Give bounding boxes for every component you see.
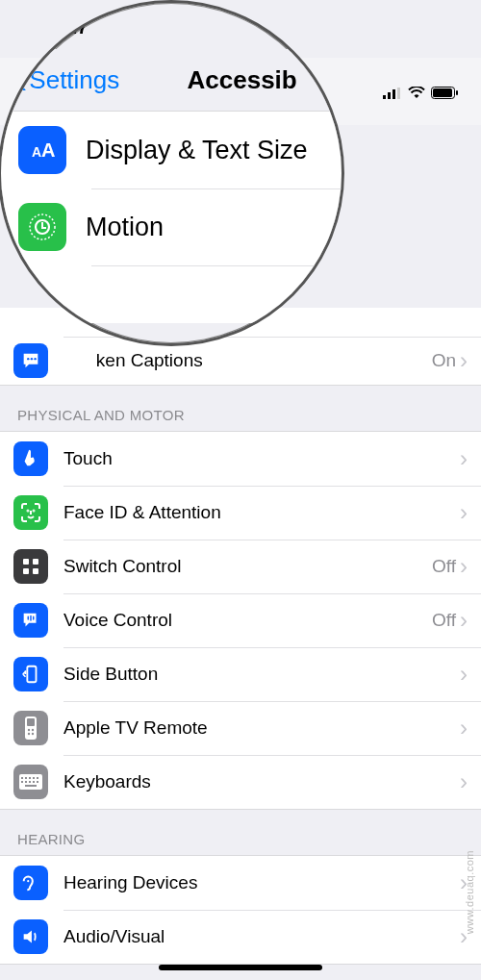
status-icons (383, 87, 458, 99)
cellular-icon (383, 88, 402, 99)
side-button-icon (13, 657, 48, 691)
row-label: Face ID & Attention (63, 502, 460, 523)
row-motion[interactable]: Motion (1, 188, 342, 265)
chevron-right-icon: › (460, 663, 468, 686)
svg-text:A: A (32, 144, 41, 160)
svg-point-21 (28, 733, 30, 735)
svg-rect-5 (433, 88, 452, 97)
svg-rect-25 (25, 777, 27, 779)
row-hearing-devices[interactable]: Hearing Devices › (0, 856, 481, 910)
svg-text:A: A (41, 139, 55, 161)
svg-point-7 (27, 358, 29, 360)
mag-navbar: ‹ Settings Accessib (1, 49, 342, 111)
battery-icon (431, 87, 458, 99)
row-label: Display & Text Size (86, 136, 324, 165)
svg-rect-28 (37, 777, 38, 779)
svg-point-22 (32, 733, 34, 735)
chevron-right-icon: › (460, 349, 468, 372)
svg-point-19 (28, 729, 30, 731)
row-voice-control[interactable]: Voice Control Off › (0, 593, 481, 647)
text-size-icon: AA (18, 126, 66, 174)
svg-rect-26 (29, 777, 31, 779)
row-label: Motion (86, 213, 324, 242)
row-apple-tv-remote[interactable]: Apple TV Remote › (0, 701, 481, 755)
row-keyboards[interactable]: Keyboards › (0, 755, 481, 809)
row-label: Spoken Captions (63, 350, 432, 371)
row-display-text-size[interactable]: AA Display & Text Size (1, 112, 342, 188)
back-label: Settings (29, 65, 119, 95)
row-label: Hearing Devices (63, 872, 460, 893)
svg-rect-1 (388, 92, 391, 99)
row-label: Audio/Visual (63, 926, 460, 947)
switch-control-icon (13, 549, 48, 584)
chevron-right-icon: › (460, 770, 468, 793)
section-physical: Touch › Face ID & Attention › Switch Con… (0, 431, 481, 810)
row-value: Off (432, 556, 456, 577)
svg-rect-31 (29, 781, 31, 783)
section-hearing: Hearing Devices › Audio/Visual › (0, 855, 481, 965)
svg-rect-18 (27, 718, 35, 726)
svg-rect-12 (23, 559, 29, 565)
svg-point-11 (34, 511, 35, 512)
row-side-button[interactable]: Side Button › (0, 647, 481, 701)
row-label: Touch (63, 448, 460, 469)
wifi-icon (408, 87, 425, 99)
keyboard-icon (13, 765, 48, 799)
row-value: Off (432, 610, 456, 631)
svg-rect-34 (25, 785, 37, 787)
svg-rect-16 (27, 666, 36, 683)
svg-rect-30 (25, 781, 27, 783)
svg-rect-6 (456, 90, 458, 95)
row-touch[interactable]: Touch › (0, 432, 481, 486)
row-value: On (432, 350, 456, 371)
row-label: Side Button (63, 664, 460, 685)
chevron-right-icon: › (460, 716, 468, 740)
motion-icon (18, 203, 66, 251)
svg-rect-14 (23, 568, 29, 574)
svg-point-9 (34, 358, 36, 360)
row-label: Switch Control (63, 556, 432, 577)
apple-tv-remote-icon (13, 711, 48, 745)
section-header-hearing: HEARING (0, 810, 481, 855)
row-spoken-content2[interactable]: Spoken Captions On › (0, 337, 481, 385)
ear-icon (13, 866, 48, 900)
speaker-icon (13, 919, 48, 954)
svg-rect-32 (33, 781, 35, 783)
row-faceid[interactable]: Face ID & Attention › (0, 486, 481, 540)
page-title: Accessib (119, 65, 342, 95)
chevron-right-icon: › (460, 447, 468, 470)
svg-point-10 (28, 511, 29, 512)
svg-rect-41 (41, 227, 46, 229)
svg-rect-40 (41, 222, 43, 227)
svg-point-20 (32, 729, 34, 731)
row-label: Voice Control (63, 610, 432, 631)
svg-rect-13 (33, 559, 38, 565)
row-switch-control[interactable]: Switch Control Off › (0, 540, 481, 593)
svg-rect-2 (392, 89, 395, 99)
chevron-right-icon: › (460, 555, 468, 578)
faceid-icon (13, 495, 48, 530)
row-label: Keyboards (63, 771, 460, 792)
svg-rect-29 (21, 781, 23, 783)
home-indicator[interactable] (159, 965, 322, 970)
svg-point-8 (31, 358, 33, 360)
section-header-physical: PHYSICAL AND MOTOR (0, 386, 481, 431)
svg-point-35 (27, 880, 29, 882)
magnifier-overlay: ·17 ‹ Settings Accessib AA Display & Tex… (0, 0, 344, 346)
svg-rect-15 (33, 568, 38, 574)
svg-rect-33 (37, 781, 38, 783)
svg-rect-3 (397, 88, 400, 99)
touch-icon (13, 441, 48, 476)
row-audio-visual[interactable]: Audio/Visual › (0, 910, 481, 964)
chevron-right-icon: › (460, 501, 468, 524)
row-label: Apple TV Remote (63, 717, 460, 739)
watermark: www.deuaq.com (464, 850, 475, 934)
chevron-right-icon: › (460, 609, 468, 632)
accessibility-settings-screen: Spoken Captions On › PHYSICAL AND MOTOR … (0, 0, 481, 980)
speech-bubble-icon (13, 343, 48, 378)
voice-control-icon (13, 603, 48, 638)
svg-rect-0 (383, 95, 386, 99)
svg-rect-24 (21, 777, 23, 779)
svg-rect-27 (33, 777, 35, 779)
